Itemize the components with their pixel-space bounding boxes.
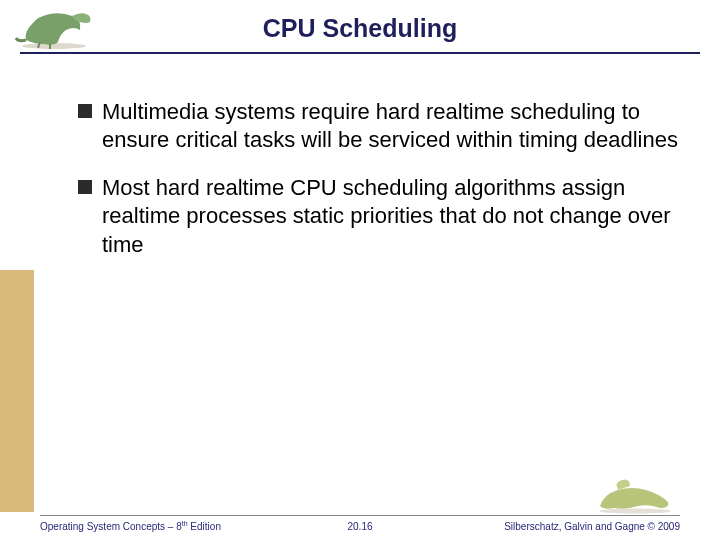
bullet-text: Multimedia systems require hard realtime… (102, 98, 678, 154)
bullet-item: Most hard realtime CPU scheduling algori… (78, 174, 678, 258)
footer-rule (40, 515, 680, 516)
sidebar-bottom (0, 270, 34, 512)
sidebar (0, 0, 34, 540)
slide-header: CPU Scheduling (0, 0, 720, 58)
bullet-square-icon (78, 104, 92, 118)
bullet-text: Most hard realtime CPU scheduling algori… (102, 174, 678, 258)
footer-right-text: Silberschatz, Galvin and Gagne © 2009 (504, 521, 680, 532)
bullet-square-icon (78, 180, 92, 194)
slide: CPU Scheduling Multimedia systems requir… (0, 0, 720, 540)
slide-content: Multimedia systems require hard realtime… (78, 98, 678, 279)
slide-title: CPU Scheduling (0, 14, 720, 43)
title-underline (20, 52, 700, 54)
bullet-item: Multimedia systems require hard realtime… (78, 98, 678, 154)
slide-footer: Operating System Concepts – 8th Edition … (0, 508, 720, 540)
